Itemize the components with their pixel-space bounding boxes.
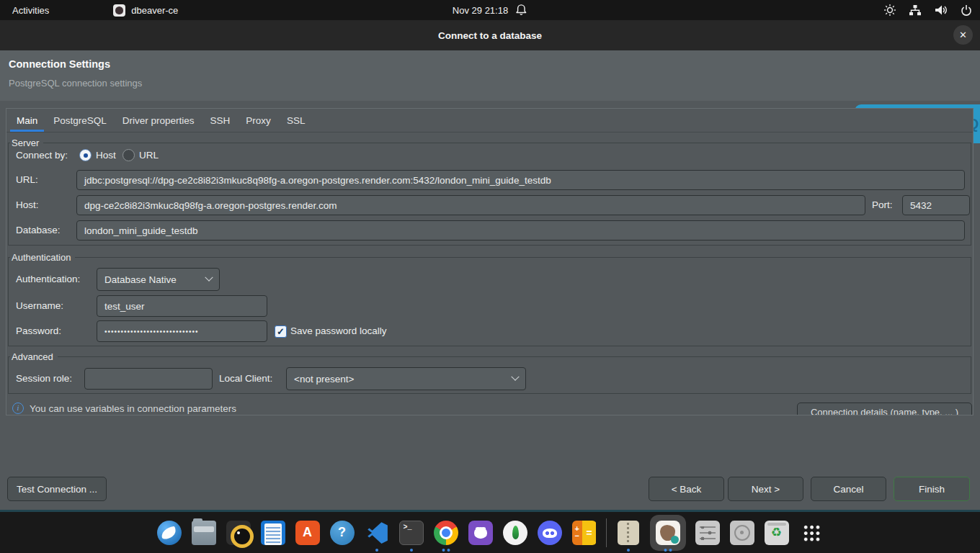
app-grid-icon <box>799 521 824 545</box>
url-value: jdbc:postgresql://dpg-ce2c8i82i3mkuc8q98… <box>84 175 551 186</box>
server-group: Server Connect by: Host URL URL: jdbc:po… <box>8 143 971 246</box>
dock-terminal[interactable] <box>398 520 424 546</box>
dock-archive-manager[interactable] <box>615 520 641 546</box>
test-connection-label: Test Connection ... <box>17 484 97 495</box>
connection-details-label: Connection details (name, type, ... ) <box>811 407 958 415</box>
username-value: test_user <box>104 301 145 312</box>
dock-software[interactable]: A <box>295 520 321 546</box>
thunderbird-icon <box>157 521 182 545</box>
tab-postgresql-label: PostgreSQL <box>53 115 107 126</box>
chevron-down-icon <box>511 373 519 381</box>
dock-rhythmbox[interactable] <box>226 520 251 546</box>
dock-chrome[interactable] <box>433 520 459 546</box>
wizard-header: Connection Settings PostgreSQL connectio… <box>0 50 980 101</box>
save-password-checkbox[interactable]: ✓ <box>275 325 287 338</box>
tab-bar: Main PostgreSQL Driver properties SSH Pr… <box>6 109 973 132</box>
password-masked-value: ••••••••••••••••••••••••••••• <box>104 328 199 336</box>
dock-disks[interactable] <box>729 520 755 546</box>
libreoffice-writer-icon <box>261 521 285 545</box>
cancel-label: Cancel <box>833 484 863 495</box>
dock-help[interactable]: ? <box>329 520 355 546</box>
finish-label: Finish <box>919 484 945 495</box>
database-input[interactable]: london_mini_guide_testdb <box>76 220 965 240</box>
activities-button[interactable]: Activities <box>0 0 61 20</box>
github-desktop-icon <box>468 521 493 545</box>
host-input[interactable]: dpg-ce2c8i82i3mkuc8q98fg-a.oregon-postgr… <box>76 195 865 215</box>
tab-ssh[interactable]: SSH <box>204 109 237 132</box>
tab-driver-properties-label: Driver properties <box>122 115 195 126</box>
connect-by-url-radio-label[interactable]: URL <box>139 150 159 161</box>
screen: Activities dbeaver-ce Nov 29 21:18 Conne… <box>0 0 980 553</box>
authentication-select[interactable]: Database Native <box>97 268 220 291</box>
port-input[interactable]: 5432 <box>902 195 970 215</box>
session-role-input[interactable] <box>84 368 213 390</box>
back-button[interactable]: < Back <box>649 477 724 501</box>
local-client-select[interactable]: <not present> <box>286 367 526 390</box>
tab-ssh-label: SSH <box>210 115 231 126</box>
advanced-group-legend: Advanced <box>10 351 58 362</box>
tab-ssl[interactable]: SSL <box>280 109 312 132</box>
dock-github[interactable] <box>468 520 494 546</box>
local-client-label: Local Client: <box>219 373 272 384</box>
tab-main[interactable]: Main <box>10 109 44 132</box>
dock-files[interactable] <box>191 520 217 546</box>
dock-discord[interactable] <box>537 520 563 546</box>
system-status-area[interactable] <box>883 0 973 20</box>
disks-icon <box>730 521 754 545</box>
connect-by-host-radio[interactable] <box>79 149 92 161</box>
page-subtitle: PostgreSQL connection settings <box>9 78 142 89</box>
authentication-group: Authentication Authentication: Database … <box>8 257 971 346</box>
connection-settings-panel: Main PostgreSQL Driver properties SSH Pr… <box>6 108 974 415</box>
dialog-title: Connect to a database <box>438 30 542 41</box>
rhythmbox-icon <box>226 521 251 545</box>
authentication-group-legend: Authentication <box>10 252 75 263</box>
username-label: Username: <box>16 300 63 311</box>
tab-proxy-label: Proxy <box>246 115 271 126</box>
password-label: Password: <box>16 325 61 336</box>
next-label: Next > <box>752 484 780 495</box>
test-connection-button[interactable]: Test Connection ... <box>7 477 107 501</box>
night-light-icon <box>883 4 896 17</box>
mongodb-compass-icon <box>503 521 527 545</box>
dock-writer[interactable] <box>260 520 286 546</box>
dbeaver-app-icon <box>113 4 125 17</box>
trash-icon: ♻ <box>765 521 789 545</box>
dock-thunderbird[interactable] <box>156 520 182 546</box>
url-input[interactable]: jdbc:postgresql://dpg-ce2c8i82i3mkuc8q98… <box>76 170 965 190</box>
network-icon <box>909 4 922 17</box>
ubuntu-software-icon: A <box>295 521 320 545</box>
app-menu[interactable]: dbeaver-ce <box>113 4 178 17</box>
server-group-legend: Server <box>10 138 43 148</box>
next-button[interactable]: Next > <box>728 477 803 501</box>
dock-trash[interactable]: ♻ <box>764 520 790 546</box>
database-label: Database: <box>16 225 61 235</box>
tab-postgresql[interactable]: PostgreSQL <box>47 109 113 132</box>
tab-proxy[interactable]: Proxy <box>239 109 277 132</box>
dock-app-grid[interactable] <box>798 520 824 546</box>
chrome-icon <box>434 521 458 545</box>
back-label: < Back <box>672 484 702 495</box>
port-value: 5432 <box>910 200 932 211</box>
dock-separator <box>606 518 607 547</box>
password-input[interactable]: ••••••••••••••••••••••••••••• <box>97 320 267 342</box>
dock-settings[interactable] <box>695 520 721 546</box>
dock-dbeaver[interactable] <box>650 515 686 551</box>
save-password-label[interactable]: Save password locally <box>290 325 387 336</box>
username-input[interactable]: test_user <box>97 295 267 317</box>
finish-button[interactable]: Finish <box>894 477 970 501</box>
page-title: Connection Settings <box>9 58 110 70</box>
connection-details-button[interactable]: Connection details (name, type, ... ) <box>797 403 972 415</box>
info-row: i You can use variables in connection pa… <box>12 403 236 414</box>
cancel-button[interactable]: Cancel <box>811 477 886 501</box>
help-icon: ? <box>330 521 355 545</box>
close-button[interactable]: ✕ <box>953 25 973 45</box>
dock-calculator[interactable]: +−= <box>571 520 597 546</box>
clock-menu[interactable]: Nov 29 21:18 <box>453 3 527 18</box>
dock-mongodb[interactable] <box>502 520 528 546</box>
connect-by-host-radio-label[interactable]: Host <box>96 150 116 161</box>
tab-driver-properties[interactable]: Driver properties <box>116 109 201 132</box>
authentication-label: Authentication: <box>16 274 80 284</box>
connect-by-url-radio[interactable] <box>122 149 135 161</box>
dock-vscode[interactable] <box>364 520 390 546</box>
vscode-icon <box>365 521 389 545</box>
